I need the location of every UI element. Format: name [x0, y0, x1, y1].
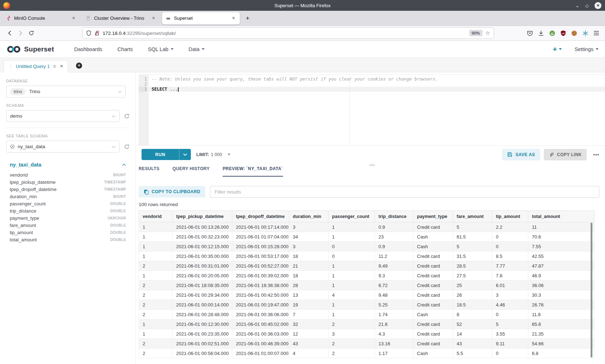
tab-preview-ny-taxi-data[interactable]: PREVIEW: `NY_TAXI_DATA` [223, 166, 283, 177]
nav-item-dashboards[interactable]: Dashboards [74, 46, 102, 52]
nav-item-data[interactable]: Data [189, 46, 205, 52]
column-header[interactable]: passenger_count [328, 211, 375, 222]
query-tab-active[interactable]: ⋮ Untitled Query 1 ✕ [4, 60, 68, 72]
collapse-chevron-up-icon[interactable] [122, 164, 126, 166]
table-cell: 1 [139, 232, 172, 242]
more-options-button[interactable]: ••• [593, 152, 599, 157]
table-cell: 2021-06-01 01:00:07.000 [232, 349, 289, 358]
save-as-button[interactable]: SAVE AS [502, 149, 540, 160]
column-header[interactable]: tip_amount [492, 211, 528, 222]
column-header[interactable]: fare_amount [453, 211, 492, 222]
window-maximize-button[interactable]: ◇ [585, 3, 589, 8]
containers-icon[interactable] [582, 30, 588, 36]
nav-item-sql-lab[interactable]: SQL Lab [148, 46, 174, 52]
schema-table-name[interactable]: ny_taxi_data [10, 162, 41, 168]
column-header[interactable]: vendorid [139, 211, 172, 222]
tab-close-icon[interactable]: ✕ [151, 15, 157, 21]
menu-icon[interactable] [593, 31, 599, 36]
window-minimize-button[interactable]: ⌄ [575, 3, 579, 8]
brand-wordmark[interactable]: Superset [24, 45, 54, 53]
tab-close-icon[interactable]: ✕ [230, 15, 237, 21]
database-select[interactable]: trino Trino [6, 86, 126, 97]
new-query-tab-button[interactable]: + [76, 63, 82, 69]
column-name: fare_amount [10, 223, 36, 228]
settings-menu[interactable]: Settings [575, 46, 599, 52]
tab-query-history[interactable]: QUERY HISTORY [172, 166, 210, 177]
run-options-caret[interactable] [179, 149, 191, 160]
table-cell: 4 [328, 290, 375, 300]
bookmark-star-icon[interactable]: ☆ [485, 30, 490, 36]
table-cell: 1 [328, 232, 375, 242]
drag-handle-icon[interactable]: ⋮ [8, 64, 13, 69]
preview-table: vendoridtpep_pickup_datetimetpep_dropoff… [139, 210, 595, 358]
table-cell: 18 [289, 271, 328, 281]
column-header[interactable]: tpep_dropoff_datetime [232, 211, 289, 222]
table-row: 12021-06-01 00:12:15.0002021-06-01 00:15… [139, 242, 595, 251]
vertical-scrollbar-thumb[interactable] [591, 223, 592, 358]
column-header[interactable]: total_amount [528, 211, 595, 222]
reload-button[interactable] [26, 28, 37, 38]
forward-button[interactable] [15, 28, 26, 38]
table-cell: 19 [289, 300, 328, 310]
column-header[interactable]: payment_type [413, 211, 453, 222]
schema-column-row: vendoridBIGINT [6, 171, 130, 178]
pane-resize-handle[interactable] [139, 163, 605, 166]
close-icon[interactable]: ✕ [60, 64, 63, 69]
download-icon[interactable] [538, 30, 544, 36]
tab-results[interactable]: RESULTS [139, 166, 160, 177]
schema-select[interactable]: demo [6, 110, 120, 122]
table-cell: 2 [139, 281, 172, 290]
nav-item-charts[interactable]: Charts [117, 46, 133, 52]
copy-to-clipboard-button[interactable]: COPY TO CLIPBOARD [139, 186, 205, 197]
table-cell: Credit card [413, 281, 453, 290]
table-cell: 1 [139, 251, 172, 261]
table-cell: 1.74 [375, 310, 413, 319]
ublock-origin-icon[interactable]: uO [560, 30, 566, 36]
new-browser-tab-button[interactable]: + [242, 14, 253, 22]
privacy-badger-icon[interactable] [549, 30, 555, 36]
shield-icon[interactable] [86, 30, 91, 36]
column-name: payment_type [10, 215, 39, 221]
table-row: 22021-06-01 00:28:48.0002021-06-01 00:36… [139, 310, 595, 319]
tab-close-icon[interactable]: ✕ [71, 15, 77, 21]
lock-disabled-icon[interactable] [94, 30, 100, 36]
table-cell: Credit card [413, 222, 453, 232]
column-header[interactable]: trip_distance [375, 211, 413, 222]
filter-results-input[interactable] [210, 186, 599, 198]
new-item-button[interactable]: + [553, 46, 562, 53]
editor-gutter: 1 2 3 [139, 75, 149, 145]
sql-editor[interactable]: 1 2 3 -- Note: Unless you save your quer… [139, 74, 605, 146]
results-tab-bar: RESULTS QUERY HISTORY PREVIEW: `NY_TAXI_… [139, 166, 605, 177]
url-bar[interactable]: 172.18.0.4:32295/superset/sqllab/ 90% ☆ [82, 27, 494, 39]
column-header[interactable]: duration_min [289, 211, 328, 222]
table-icon [10, 144, 15, 149]
cookie-icon[interactable] [571, 30, 577, 36]
refresh-schema-icon[interactable] [124, 113, 130, 119]
table-cell: 0 [492, 310, 528, 319]
browser-tab-minio[interactable]: MinIO Console ✕ [2, 12, 80, 24]
column-header[interactable]: tpep_pickup_datetime [172, 211, 232, 222]
table-cell: 8 [453, 310, 492, 319]
table-cell: 27.5 [453, 271, 492, 281]
results-grid: vendoridtpep_pickup_datetimetpep_dropoff… [139, 210, 595, 358]
back-button[interactable] [4, 28, 15, 38]
chevron-down-icon [112, 115, 116, 118]
browser-tab-bar: MinIO Console ✕ Cluster Overview - Trino… [0, 11, 605, 26]
table-cell: 47.87 [528, 261, 595, 271]
browser-tab-trino[interactable]: Cluster Overview - Trino ✕ [82, 12, 160, 24]
browser-toolbar: 172.18.0.4:32295/superset/sqllab/ 90% ☆ … [0, 26, 605, 41]
browser-tab-superset-active[interactable]: ∞ Superset ✕ [162, 12, 240, 24]
table-cell: 18 [289, 251, 328, 261]
editor-code-area[interactable]: -- Note: Unless you save your query, the… [149, 75, 605, 145]
window-close-button[interactable]: ✕ [595, 2, 601, 9]
minio-flamingo-icon [5, 15, 11, 21]
refresh-tables-icon[interactable] [124, 144, 130, 150]
table-select[interactable]: ny_taxi_data [6, 141, 120, 153]
run-button[interactable]: RUN [142, 149, 179, 160]
superset-logo-icon [6, 45, 22, 54]
table-cell: 65.6 [528, 319, 595, 329]
pocket-icon[interactable] [527, 30, 533, 36]
zoom-level-badge[interactable]: 90% [469, 30, 483, 36]
copy-link-button[interactable]: COPY LINK [544, 149, 587, 160]
limit-dropdown[interactable]: LIMIT: 1 000 [196, 152, 230, 157]
